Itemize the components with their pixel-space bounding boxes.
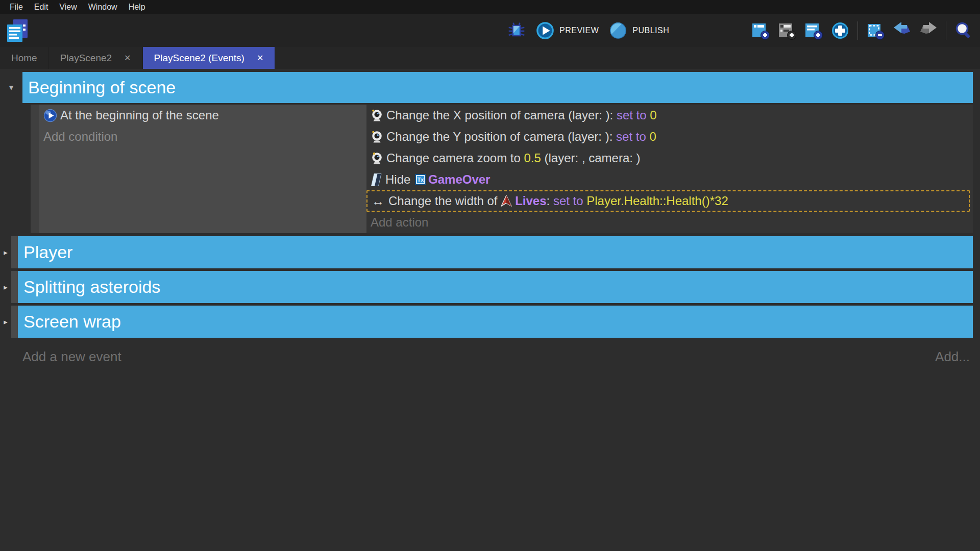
undo-button-icon[interactable] — [893, 21, 911, 40]
event-drag-handle[interactable] — [11, 306, 18, 338]
tab-label: PlayScene2 — [60, 53, 112, 64]
debugger-icon[interactable] — [507, 21, 526, 40]
action-row-camera-y[interactable]: Change the Y position of camera (layer: … — [366, 126, 973, 147]
menu-help[interactable]: Help — [123, 0, 151, 14]
ship-object-icon — [501, 195, 512, 207]
group-title: Splitting asteroids — [23, 277, 160, 297]
preview-button[interactable]: PREVIEW — [536, 21, 599, 40]
tab-playscene2-events[interactable]: PlayScene2 (Events) ✕ — [143, 47, 276, 69]
event-body: At the beginning of the scene Add condit… — [31, 105, 973, 233]
conditions-column: At the beginning of the scene Add condit… — [39, 105, 366, 233]
events-footer: Add a new event Add... — [22, 349, 970, 365]
menu-view[interactable]: View — [54, 0, 82, 14]
tab-playscene2[interactable]: PlayScene2 ✕ — [49, 47, 143, 69]
event-group-screen-wrap: ▸ Screen wrap — [0, 306, 973, 338]
camera-icon — [371, 152, 383, 165]
hide-icon — [371, 173, 382, 187]
action-row-camera-zoom[interactable]: Change camera zoom to 0.5 (layer: , came… — [366, 147, 973, 169]
camera-icon — [371, 109, 383, 122]
menu-bar: File Edit View Window Help — [0, 0, 980, 14]
text-object-icon: Tx — [415, 174, 426, 185]
group-title: Beginning of scene — [28, 78, 176, 97]
publish-button[interactable]: PUBLISH — [609, 21, 669, 40]
add-subevent-button-icon[interactable] — [778, 21, 796, 40]
add-condition-button[interactable]: Add condition — [39, 126, 366, 147]
menu-window[interactable]: Window — [83, 0, 123, 14]
menu-file[interactable]: File — [4, 0, 29, 14]
condition-text: At the beginning of the scene — [60, 108, 219, 122]
camera-icon — [371, 130, 383, 144]
preview-label: PREVIEW — [559, 26, 599, 35]
group-header[interactable]: Player — [18, 236, 973, 268]
tab-close-icon[interactable]: ✕ — [124, 53, 131, 63]
redo-button-icon[interactable] — [919, 21, 938, 40]
condition-row[interactable]: At the beginning of the scene — [39, 105, 366, 126]
tab-label: Home — [11, 53, 37, 64]
actions-column: Change the X position of camera (layer: … — [366, 105, 973, 233]
tab-bar: Home PlayScene2 ✕ PlayScene2 (Events) ✕ — [0, 47, 980, 69]
collapse-caret-icon[interactable]: ▾ — [0, 72, 22, 103]
action-row-hide-gameover[interactable]: Hide TxGameOver — [366, 169, 973, 190]
delete-selection-button-icon[interactable] — [866, 21, 885, 40]
tab-label: PlayScene2 (Events) — [154, 53, 244, 64]
add-extra-button-icon[interactable] — [831, 21, 849, 40]
event-group-beginning-of-scene: ▾ Beginning of scene — [0, 72, 973, 103]
group-header[interactable]: Splitting asteroids — [18, 271, 973, 303]
event-drag-handle[interactable] — [11, 236, 18, 268]
add-event-button-icon[interactable] — [751, 21, 770, 40]
group-header[interactable]: Screen wrap — [18, 306, 973, 338]
action-row-camera-x[interactable]: Change the X position of camera (layer: … — [366, 105, 973, 126]
scene-begin-icon — [43, 109, 57, 122]
expand-caret-icon[interactable]: ▸ — [0, 271, 11, 303]
add-action-button[interactable]: Add action — [366, 212, 973, 233]
event-drag-handle[interactable] — [11, 271, 18, 303]
group-header[interactable]: Beginning of scene — [22, 72, 973, 103]
publish-globe-icon — [609, 21, 627, 40]
publish-label: PUBLISH — [632, 26, 669, 35]
toolbar-separator — [857, 21, 858, 40]
main-toolbar: PREVIEW PUBLISH — [0, 14, 980, 47]
menu-edit[interactable]: Edit — [29, 0, 54, 14]
toolbar-separator — [946, 21, 946, 40]
expand-caret-icon[interactable]: ▸ — [0, 306, 11, 338]
toolbar-center: PREVIEW PUBLISH — [507, 14, 669, 47]
action-row-change-width-selected[interactable]: ↔ Change the width of Lives: set to Play… — [366, 190, 970, 212]
gdevelop-window: File Edit View Window Help — [0, 0, 980, 551]
event-drag-handle[interactable] — [31, 105, 39, 233]
toolbar-right — [751, 14, 973, 47]
group-title: Player — [23, 242, 72, 262]
preview-play-icon — [536, 21, 554, 40]
event-group-player: ▸ Player — [0, 236, 973, 268]
add-new-event-button[interactable]: Add a new event — [22, 349, 121, 365]
tab-home[interactable]: Home — [0, 47, 49, 69]
events-sheet: ▾ Beginning of scene — [0, 69, 980, 551]
width-arrows-icon: ↔ — [372, 194, 384, 209]
expand-caret-icon[interactable]: ▸ — [0, 236, 11, 268]
group-title: Screen wrap — [23, 312, 121, 332]
tab-close-icon[interactable]: ✕ — [257, 53, 263, 63]
add-more-button[interactable]: Add... — [935, 349, 970, 365]
search-button-icon[interactable] — [954, 21, 973, 40]
event-group-splitting-asteroids: ▸ Splitting asteroids — [0, 271, 973, 303]
add-comment-button-icon[interactable] — [804, 21, 823, 40]
gdevelop-logo-icon[interactable] — [6, 18, 29, 43]
